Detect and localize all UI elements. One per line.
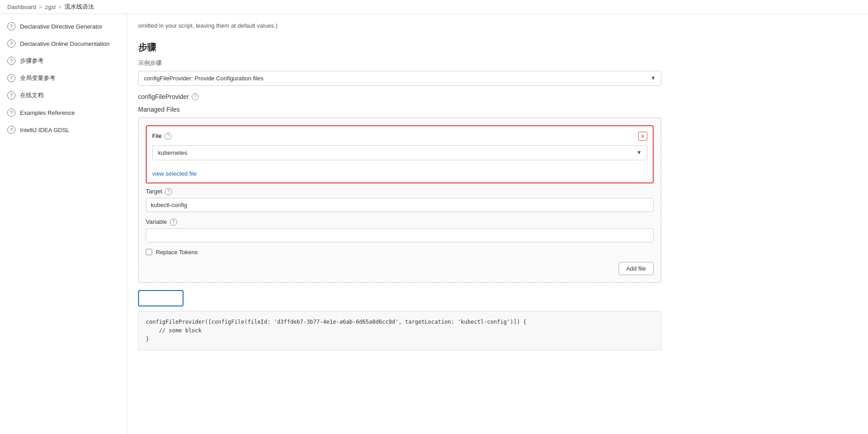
variable-help-icon[interactable]: ? [170,218,177,226]
file-card-header: File ? × [152,132,647,141]
section-heading-steps: 步骤 [138,41,661,54]
sidebar-item-intellij-gdsl[interactable]: ? IntelliJ IDEA GDSL [0,121,127,138]
question-icon-1: ? [7,22,15,30]
question-icon-7: ? [7,126,15,134]
question-icon-3: ? [7,57,15,65]
file-label-text: File [152,133,162,139]
breadcrumb-bar: Dashboard > zgsl > 流水线语法 [0,0,868,14]
file-label-row: File ? [152,133,172,140]
breadcrumb-zgsl[interactable]: zgsl [45,4,55,10]
question-icon-4: ? [7,74,15,82]
sidebar-label-online-docs: 在线文档 [20,91,44,99]
provider-label-text: configFileProvider [138,93,189,100]
variable-field-row: Variable ? [146,218,654,242]
breadcrumb-dashboard[interactable]: Dashboard [7,4,36,10]
view-selected-file-link[interactable]: view selected file [152,170,197,177]
variable-label: Variable ? [146,218,654,226]
replace-tokens-checkbox[interactable] [146,249,152,255]
question-icon-2: ? [7,39,15,48]
sidebar-item-online-documentation[interactable]: ? Declarative Online Documentation [0,35,127,52]
sidebar: ? Declarative Directive Generator ? Decl… [0,14,127,434]
target-input[interactable] [146,198,654,212]
target-field-row: Target ? [146,188,654,212]
blue-btn-placeholder[interactable] [138,290,184,306]
sidebar-label-examples-reference: Examples Reference [20,109,75,116]
add-file-button[interactable]: Add file [619,262,654,275]
file-select[interactable]: kubernetes [152,145,647,160]
target-help-icon[interactable]: ? [165,188,172,195]
sidebar-item-steps-reference[interactable]: ? 步骤参考 [0,52,127,69]
replace-tokens-label: Replace Tokens [156,249,198,256]
sidebar-label-global-variables: 全局变量参考 [20,74,55,82]
close-file-button[interactable]: × [638,132,647,141]
example-steps-dropdown-wrapper: configFileProvider: Provide Configuratio… [138,71,661,86]
main-content: omitted in your script, leaving them at … [127,14,868,434]
file-help-icon[interactable]: ? [164,133,172,140]
replace-tokens-row: Replace Tokens [146,249,654,256]
code-block: configFileProvider([configFile(fileId: '… [138,311,661,351]
sidebar-label-online-documentation: Declarative Online Documentation [20,40,109,47]
question-icon-6: ? [7,108,15,117]
file-card: File ? × kubernetes ▼ view selected file [146,125,654,183]
sidebar-label-directive-generator: Declarative Directive Generator [20,23,102,30]
intro-text: omitted in your script, leaving them at … [138,14,661,34]
breadcrumb-current: 流水线语法 [64,3,94,11]
target-label-text: Target [146,188,162,195]
breadcrumb-sep-1: > [39,4,43,10]
sidebar-item-examples-reference[interactable]: ? Examples Reference [0,104,127,121]
provider-label: configFileProvider ? [138,93,661,100]
variable-label-text: Variable [146,218,167,225]
target-label: Target ? [146,188,654,195]
managed-files-container: File ? × kubernetes ▼ view selected file [138,118,661,283]
variable-input[interactable] [146,228,654,242]
add-file-btn-wrapper: Add file [146,262,654,275]
sidebar-label-steps-reference: 步骤参考 [20,57,44,65]
example-steps-label: 示例步骤 [138,59,661,67]
question-icon-5: ? [7,91,15,99]
breadcrumb-sep-2: > [58,4,62,10]
sidebar-label-intellij-gdsl: IntelliJ IDEA GDSL [20,127,69,133]
provider-help-icon[interactable]: ? [192,93,199,100]
sidebar-item-online-docs[interactable]: ? 在线文档 [0,87,127,104]
sidebar-item-global-variables[interactable]: ? 全局变量参考 [0,69,127,87]
sidebar-item-directive-generator[interactable]: ? Declarative Directive Generator [0,18,127,35]
file-dropdown-wrapper: kubernetes ▼ [152,145,647,160]
managed-files-label: Managed Files [138,106,661,113]
example-steps-select[interactable]: configFileProvider: Provide Configuratio… [138,71,661,86]
